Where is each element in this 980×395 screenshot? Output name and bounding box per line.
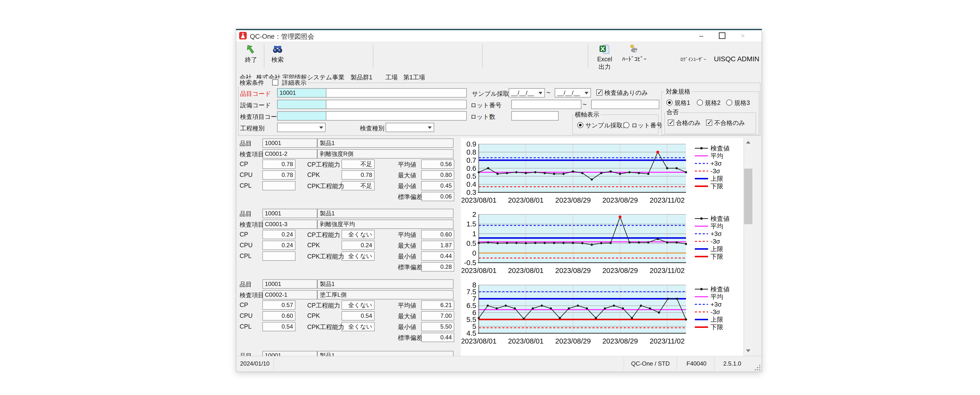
min-value: 5.50	[421, 322, 454, 331]
scroll-up-button[interactable]	[744, 138, 752, 146]
item-label: 品目	[240, 280, 252, 288]
status-bar: 2024/01/10 QC-One / STD F40040 2.5.1.0	[236, 356, 762, 372]
scrollbar-thumb[interactable]	[744, 169, 752, 224]
x-axis-option-2[interactable]: ロット番号	[623, 121, 662, 130]
inspection-item-code-input[interactable]	[277, 111, 326, 121]
chevron-down-icon	[539, 92, 542, 94]
svg-text:7.5: 7.5	[466, 288, 476, 296]
minimize-button[interactable]: –	[692, 30, 710, 41]
flask-icon	[239, 32, 247, 40]
x-axis-radio[interactable]	[577, 122, 583, 128]
item-label: 品目	[240, 210, 252, 218]
pass-only-checkbox[interactable]	[668, 119, 674, 126]
item-name-box: 製品1	[317, 279, 453, 289]
status-form-id: F40040	[686, 360, 706, 367]
max-label: 最大値	[398, 242, 416, 250]
vertical-scrollbar[interactable]	[744, 138, 752, 355]
exit-button[interactable]: 終了	[240, 44, 262, 64]
item-name-input[interactable]	[326, 88, 467, 97]
inspection-item-name-input[interactable]	[326, 111, 467, 121]
cpl-value	[262, 252, 296, 261]
spec-option-label: 規格1	[675, 99, 690, 106]
equipment-code-input[interactable]	[277, 100, 326, 109]
cp-value: 0.57	[262, 300, 296, 310]
hardcopy-button-label: ﾊｰﾄﾞｺﾋﾟｰ	[618, 56, 650, 63]
max-value: 1.87	[421, 241, 454, 250]
window-title: QC-One：管理図照会	[250, 32, 314, 41]
equipment-name-input[interactable]	[326, 100, 467, 109]
maximize-icon	[719, 32, 725, 39]
search-button-label: 検索	[267, 56, 288, 64]
cpk-capability-label: CPK工程能力	[307, 182, 344, 190]
svg-text:2023/08/01: 2023/08/01	[461, 337, 496, 345]
sample-date-from-select[interactable]: __/__/__	[509, 88, 545, 97]
svg-text:検査値: 検査値	[711, 285, 730, 293]
lot-count-input[interactable]	[511, 111, 558, 121]
cpk-capability-value: 全くない	[342, 252, 375, 261]
svg-text:検査値: 検査値	[711, 145, 730, 152]
spec-option-2[interactable]: 規格2	[697, 99, 721, 107]
spec-radio[interactable]	[667, 99, 673, 106]
cpk-capability-value: 全くない	[342, 322, 375, 331]
min-value: 0.44	[421, 252, 454, 261]
x-axis-radio[interactable]	[623, 122, 629, 128]
exit-button-label: 終了	[240, 56, 262, 64]
maximize-button[interactable]	[713, 30, 731, 41]
spec-option-label: 規格3	[734, 99, 750, 106]
svg-text:-3σ: -3σ	[711, 238, 720, 245]
fail-only-option[interactable]: 不合格のみ	[706, 119, 745, 127]
item-name-box: 製品1	[317, 351, 453, 356]
cpu-value: 0.78	[262, 170, 296, 180]
scroll-down-button[interactable]	[744, 347, 752, 355]
cpk-capability-label: CPK工程能力	[307, 323, 344, 331]
close-button[interactable]: ×	[734, 30, 752, 41]
detail-display-checkbox[interactable]	[272, 80, 278, 86]
svg-text:0.5: 0.5	[466, 239, 476, 247]
item-code-box: 10001	[262, 139, 317, 148]
cpu-value: 0.60	[262, 311, 296, 320]
cp-label: CP	[240, 161, 248, 167]
lot-no-from-input[interactable]	[511, 100, 581, 109]
inspection-item-code-label: 検査項目コード	[240, 113, 283, 121]
hardcopy-button[interactable]: ﾊｰﾄﾞｺﾋﾟｰ	[618, 44, 650, 63]
item-code-input[interactable]: 10001	[277, 88, 326, 97]
cp-capability-value: 不足	[342, 159, 375, 169]
cpl-label: CPL	[240, 182, 251, 189]
x-axis-option-1[interactable]: サンプル採取日	[577, 121, 629, 130]
svg-text:2023/08/01: 2023/08/01	[461, 267, 496, 274]
svg-text:0.9: 0.9	[466, 140, 476, 148]
result-row: 品目 10001 製品1 検査項目 C0002-1 塗工厚L側 CP 0.57 …	[236, 279, 461, 350]
max-label: 最大値	[398, 171, 416, 179]
process-type-select[interactable]	[277, 123, 326, 132]
fail-only-checkbox[interactable]	[706, 119, 712, 126]
status-version: 2.5.1.0	[723, 360, 741, 367]
spec-radio[interactable]	[726, 99, 732, 106]
lot-no-to-input[interactable]	[591, 100, 659, 109]
spec-radio[interactable]	[697, 99, 703, 106]
search-button[interactable]: 検索	[267, 44, 288, 64]
svg-text:0.6: 0.6	[466, 164, 476, 172]
max-value: 0.80	[421, 170, 454, 180]
inspection-type-select[interactable]	[386, 123, 434, 132]
spec-option-3[interactable]: 規格3	[726, 99, 750, 107]
cpl-value	[262, 181, 296, 190]
chevron-up-icon	[746, 141, 751, 143]
pass-only-option[interactable]: 合格のみ	[668, 119, 701, 127]
cpk-label: CPK	[307, 312, 320, 319]
svg-text:2023/08/01: 2023/08/01	[508, 267, 543, 274]
cpk-capability-value: 不足	[342, 181, 375, 190]
inspection-item-label: 検査項目	[240, 150, 264, 158]
spec-option-1[interactable]: 規格1	[667, 99, 690, 107]
svg-text:2023/08/29: 2023/08/29	[602, 267, 638, 274]
chevron-down-icon	[428, 126, 432, 129]
svg-text:2023/11/02: 2023/11/02	[650, 337, 685, 345]
excel-export-button[interactable]: Excel 出力	[592, 44, 617, 71]
sample-date-to-select[interactable]: __/__/__	[555, 88, 591, 97]
has-value-only-checkbox[interactable]	[596, 89, 603, 96]
stddev-value: 0.44	[421, 333, 454, 342]
toolbar-separator	[264, 45, 264, 68]
has-value-only-option[interactable]: 検査値ありのみ	[596, 89, 648, 97]
resize-grip[interactable]	[754, 365, 761, 371]
excel-icon	[599, 44, 610, 55]
svg-text:2023/08/29: 2023/08/29	[555, 196, 591, 204]
